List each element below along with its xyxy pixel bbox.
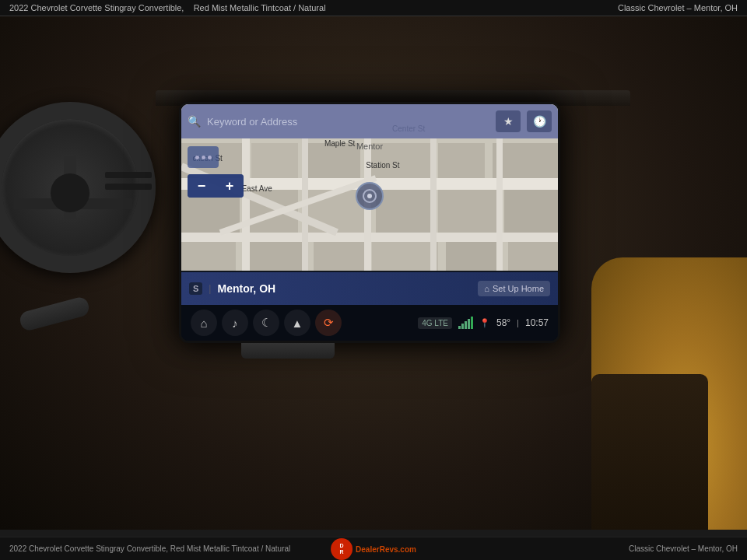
divider-bar: | bbox=[517, 318, 519, 327]
nav-row: ⌂ ♪ ☾ ▲ ⟳ 4G LTE bbox=[181, 305, 558, 341]
nav-music-icon[interactable]: ♪ bbox=[222, 310, 248, 336]
screen-mount bbox=[241, 343, 335, 359]
dot-1 bbox=[195, 156, 199, 159]
svg-rect-15 bbox=[314, 240, 364, 271]
svg-rect-17 bbox=[446, 240, 500, 271]
infotainment-screen: Mentor Center St Maple St Station St cks… bbox=[181, 104, 558, 341]
svg-rect-12 bbox=[504, 190, 558, 233]
street-label-east: East Ave bbox=[241, 184, 272, 193]
loc-divider: | bbox=[209, 283, 211, 294]
bottom-right-text: Classic Chevrolet – Mentor, OH bbox=[629, 544, 738, 553]
svg-rect-10 bbox=[376, 190, 430, 233]
nav-connected-icon[interactable]: ⟳ bbox=[315, 310, 342, 336]
location-bar: S | Mentor, OH ⌂ Set Up Home bbox=[181, 272, 558, 305]
center-console bbox=[591, 374, 708, 530]
steering-wheel bbox=[0, 79, 179, 390]
street-label-station: Station St bbox=[366, 161, 399, 170]
speaker-grille bbox=[105, 172, 152, 178]
car-title: 2022 Chevrolet Corvette Stingray Convert… bbox=[9, 3, 184, 12]
signal-bar-1 bbox=[458, 326, 461, 329]
dealer-logo-circle: DR bbox=[331, 538, 352, 560]
pin-inner bbox=[363, 189, 377, 203]
top-bar-dealer: Classic Chevrolet – Mentor, OH bbox=[618, 3, 738, 12]
signal-bar-3 bbox=[465, 321, 467, 329]
network-badge: 4G LTE bbox=[418, 317, 452, 329]
svg-rect-2 bbox=[251, 143, 298, 178]
dot-2 bbox=[202, 156, 205, 159]
location-city: Mentor, OH bbox=[217, 282, 472, 295]
infotainment-screen-container: Mentor Center St Maple St Station St cks… bbox=[179, 102, 560, 343]
speaker-grille-2 bbox=[105, 184, 152, 190]
svg-rect-11 bbox=[438, 190, 496, 233]
status-bar: S | Mentor, OH ⌂ Set Up Home ⌂ ♪ ☾ ▲ ⟳ bbox=[181, 272, 558, 341]
bottom-left-text: 2022 Chevrolet Corvette Stingray Convert… bbox=[9, 544, 290, 553]
signal-bar-2 bbox=[461, 324, 464, 329]
top-bar: 2022 Chevrolet Corvette Stingray Convert… bbox=[0, 0, 747, 16]
signal-bars bbox=[458, 317, 473, 329]
location-pin bbox=[356, 182, 384, 210]
dot-3 bbox=[208, 156, 212, 159]
zoom-in-button[interactable]: + bbox=[216, 174, 244, 198]
search-bar[interactable]: 🔍 Keyword or Address ★ 🕐 bbox=[181, 104, 558, 138]
nav-home-icon[interactable]: ⌂ bbox=[191, 310, 217, 336]
nav-navigation-icon[interactable]: ▲ bbox=[284, 310, 310, 336]
route-badge: S bbox=[189, 282, 202, 295]
dealer-logo-label: DealerRevs.com bbox=[356, 545, 416, 554]
column-stalk bbox=[18, 296, 90, 332]
map-city-label: Mentor bbox=[356, 142, 383, 151]
search-input[interactable]: Keyword or Address bbox=[207, 116, 489, 128]
dealer-logo: DR DealerRevs.com bbox=[331, 538, 416, 560]
svg-rect-3 bbox=[306, 143, 360, 178]
svg-rect-16 bbox=[372, 240, 438, 271]
signal-bar-4 bbox=[468, 319, 470, 329]
menu-button[interactable] bbox=[188, 146, 219, 168]
bottom-bar: 2022 Chevrolet Corvette Stingray Convert… bbox=[0, 537, 747, 560]
svg-rect-22 bbox=[242, 138, 250, 271]
svg-rect-13 bbox=[181, 240, 236, 271]
bottom-car-info: 2022 Chevrolet Corvette Stingray Convert… bbox=[9, 544, 290, 553]
nav-phone-icon[interactable]: ☾ bbox=[253, 310, 279, 336]
car-color: Red Mist Metallic Tintcoat / Natural bbox=[194, 3, 326, 12]
svg-rect-5 bbox=[438, 143, 485, 178]
temperature: 58° bbox=[496, 317, 510, 328]
zoom-out-button[interactable]: − bbox=[188, 174, 216, 198]
svg-rect-18 bbox=[508, 240, 558, 271]
pin-circle bbox=[356, 182, 384, 210]
set-up-home-button[interactable]: ⌂ Set Up Home bbox=[478, 281, 550, 296]
network-label: 4G LTE bbox=[422, 319, 448, 327]
dealer-logo-text: DR bbox=[340, 543, 344, 555]
svg-rect-26 bbox=[496, 138, 503, 271]
zoom-controls: − + bbox=[188, 174, 244, 198]
status-info: 4G LTE 📍 58° | 10:57 bbox=[418, 317, 549, 329]
favorites-button[interactable]: ★ bbox=[496, 110, 521, 132]
top-bar-title: 2022 Chevrolet Corvette Stingray Convert… bbox=[9, 3, 326, 12]
home-btn-label: Set Up Home bbox=[493, 284, 544, 293]
svg-rect-14 bbox=[244, 240, 306, 271]
main-photo-area: Mentor Center St Maple St Station St cks… bbox=[0, 16, 747, 530]
location-icon: 📍 bbox=[479, 318, 490, 328]
search-icon: 🔍 bbox=[188, 115, 201, 128]
home-icon: ⌂ bbox=[484, 284, 489, 293]
signal-bar-5 bbox=[471, 317, 473, 329]
time: 10:57 bbox=[525, 317, 549, 328]
map-area: Mentor Center St Maple St Station St cks… bbox=[181, 104, 558, 271]
steering-wheel-center bbox=[51, 173, 89, 212]
street-label-maple: Maple St bbox=[324, 139, 355, 148]
svg-rect-25 bbox=[430, 138, 437, 271]
recent-button[interactable]: 🕐 bbox=[527, 110, 552, 132]
